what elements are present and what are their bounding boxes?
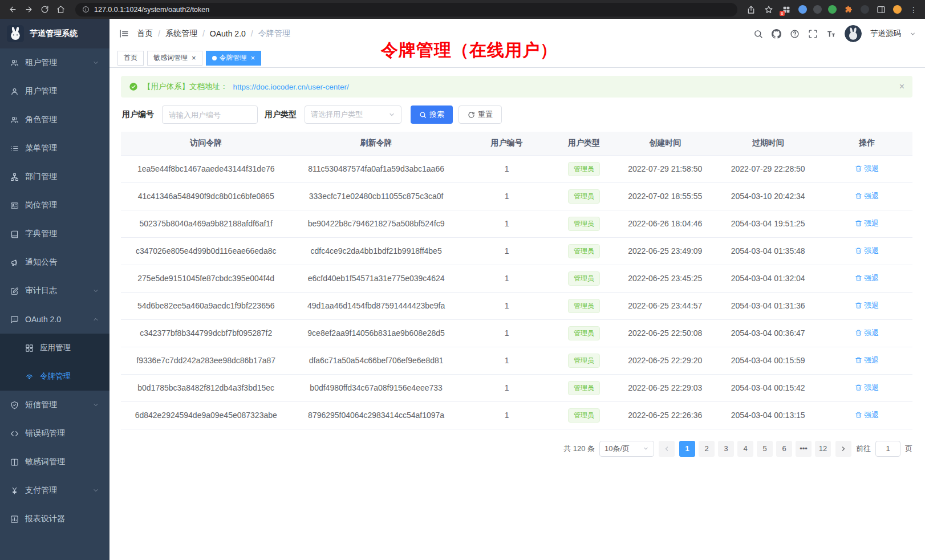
doc-link[interactable]: https://doc.iocoder.cn/user-center/ [233,83,349,91]
close-tab-icon[interactable]: × [192,54,196,62]
search-button[interactable]: 搜索 [411,105,453,124]
tab-label: 敏感词管理 [153,53,188,63]
tab-token[interactable]: 令牌管理× [206,51,262,66]
page-button-12[interactable]: 12 [815,441,831,457]
page-button-3[interactable]: 3 [718,441,734,457]
sidebar-item-dict[interactable]: 字典管理 [0,220,109,248]
sidebar-item-oauth2[interactable]: OAuth 2.0 [0,305,109,334]
page-button-2[interactable]: 2 [699,441,715,457]
page-button-4[interactable]: 4 [737,441,753,457]
share-icon[interactable] [745,4,757,15]
cell-action: 强退 [821,182,912,210]
breadcrumb-item[interactable]: 系统管理 [165,29,197,39]
tab-sensitive-word[interactable]: 敏感词管理× [147,51,202,66]
next-page-button[interactable] [835,441,851,457]
megaphone-icon [10,258,19,267]
alert-close-icon[interactable]: × [899,82,904,92]
page-ellipsis[interactable]: ••• [796,441,812,457]
sidebar-item-error-code[interactable]: 错误码管理 [0,419,109,448]
sidebar-item-tenant[interactable]: 租户管理 [0,48,109,77]
user-icon [10,87,19,96]
goto-page-input[interactable] [875,441,900,457]
extension-dark2-icon[interactable] [861,5,869,14]
force-logout-label: 强退 [864,218,879,229]
cell-action: 强退 [821,401,912,429]
page-button-5[interactable]: 5 [757,441,773,457]
sidebar-item-sensitive-word[interactable]: 敏感词管理 [0,448,109,476]
cell-refresh-token: 811c530487574fa0af1a59d3abc1aa66 [291,155,461,182]
home-button[interactable] [54,3,67,17]
extension-badge: 6 [780,11,785,16]
breadcrumb-item[interactable]: OAuth 2.0 [210,29,246,38]
reload-button[interactable] [38,3,51,17]
sidebar-item-role[interactable]: 角色管理 [0,105,109,134]
force-logout-button[interactable]: 强退 [855,328,879,338]
sidebar-item-dept[interactable]: 部门管理 [0,163,109,191]
extension-blue-icon[interactable] [798,5,807,14]
site-info-icon[interactable] [82,6,90,13]
extension-grid-icon[interactable]: 6 [781,4,792,15]
fullscreen-icon[interactable] [808,29,818,39]
force-logout-button[interactable]: 强退 [855,410,879,420]
extension-dark-icon[interactable] [813,5,822,14]
close-tab-icon[interactable]: × [251,54,255,62]
tab-home[interactable]: 首页 [117,51,144,66]
sidebar-item-user[interactable]: 用户管理 [0,77,109,105]
alert-text: 【用户体系】文档地址： [143,82,228,92]
bookmark-star-icon[interactable] [763,4,774,15]
collapse-sidebar-icon[interactable] [119,29,129,39]
chat-icon [10,315,19,324]
forward-button[interactable] [22,3,35,17]
force-logout-button[interactable]: 强退 [855,355,879,366]
sidebar-item-label: 审计日志 [25,286,57,296]
sidebar-item-report-designer[interactable]: 报表设计器 [0,505,109,533]
page-size-select[interactable]: 10条/页 [599,441,654,457]
reset-button[interactable]: 重置 [459,105,502,124]
sidebar-item-post[interactable]: 岗位管理 [0,191,109,220]
table-row: 275e5de9151045fe87cbdc395e004f4de6cfd40e… [121,265,912,292]
font-size-icon[interactable] [826,29,836,39]
sidebar-item-oauth2-token[interactable]: 令牌管理 [0,362,109,391]
breadcrumb-item[interactable]: 首页 [137,29,153,39]
github-icon[interactable] [772,29,781,39]
prev-page-button[interactable] [659,441,675,457]
page-button-6[interactable]: 6 [776,441,792,457]
force-logout-button[interactable]: 强退 [855,218,879,229]
extension-green-icon[interactable] [828,5,837,14]
search-icon[interactable] [753,29,763,39]
force-logout-button[interactable]: 强退 [855,383,879,393]
user-type-select[interactable]: 请选择用户类型 [305,105,401,124]
back-button[interactable] [6,3,19,17]
sidebar-item-pay[interactable]: 支付管理 [0,476,109,505]
address-bar[interactable]: 127.0.0.1:1024/system/oauth2/token [75,3,737,17]
sidebar-item-notice[interactable]: 通知公告 [0,248,109,277]
success-check-icon [129,82,138,91]
help-icon[interactable] [790,29,800,39]
sidebar-item-oauth2-app[interactable]: 应用管理 [0,334,109,362]
force-logout-button[interactable]: 强退 [855,301,879,311]
side-panel-icon[interactable] [875,4,887,15]
extensions-puzzle-icon[interactable] [843,4,854,15]
cell-user-id: 1 [461,210,553,237]
user-avatar[interactable] [845,25,862,42]
sidebar-item-sms[interactable]: 短信管理 [0,391,109,419]
sidebar-item-audit-log[interactable]: 审计日志 [0,277,109,305]
username[interactable]: 芋道源码 [870,29,901,39]
cell-access-token: 41c41346a548490f9dc8b01c6bfe0865 [121,182,291,210]
tab-bar: 首页敏感词管理×令牌管理× [109,48,925,68]
cell-refresh-token: be90422b8c7946218275a508bf524fc9 [291,210,461,237]
page-button-1[interactable]: 1 [679,441,695,457]
more-menu-icon[interactable]: ⋮ [908,4,919,15]
force-logout-button[interactable]: 强退 [855,246,879,256]
force-logout-button[interactable]: 强退 [855,164,879,174]
reset-button-label: 重置 [478,109,493,120]
trash-icon [855,274,862,282]
user-id-input[interactable] [162,105,258,124]
user-menu-caret-icon[interactable] [910,31,916,37]
user-type-label: 用户类型 [265,109,297,120]
cell-user-id: 1 [461,237,553,265]
force-logout-button[interactable]: 强退 [855,273,879,283]
profile-avatar[interactable] [893,5,902,14]
sidebar-item-menu[interactable]: 菜单管理 [0,134,109,163]
force-logout-button[interactable]: 强退 [855,191,879,201]
